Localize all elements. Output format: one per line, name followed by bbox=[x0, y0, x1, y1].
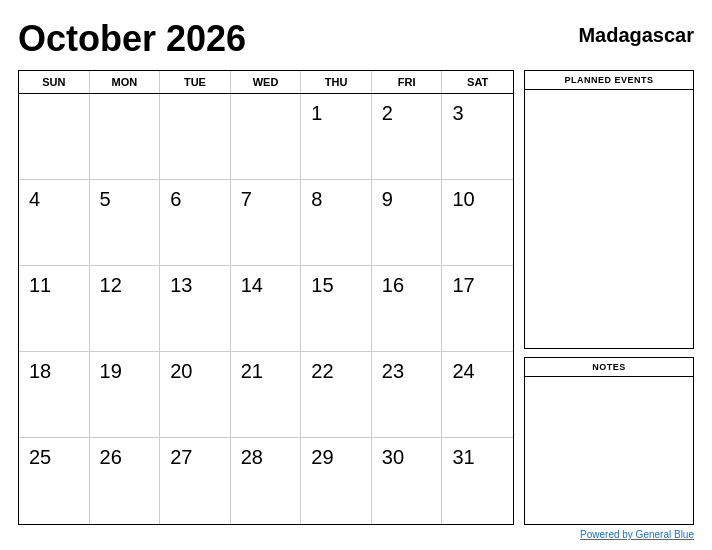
day-header-thu: THU bbox=[301, 71, 372, 93]
day-number: 28 bbox=[241, 446, 263, 469]
day-cell: 5 bbox=[90, 180, 161, 265]
notes-content bbox=[525, 377, 693, 524]
day-cell: 21 bbox=[231, 352, 302, 437]
week-row-2: 45678910 bbox=[19, 180, 513, 266]
day-cell: 26 bbox=[90, 438, 161, 524]
day-header-sun: SUN bbox=[19, 71, 90, 93]
day-number: 21 bbox=[241, 360, 263, 383]
day-cell: 24 bbox=[442, 352, 513, 437]
planned-events-box: PLANNED EVENTS bbox=[524, 70, 694, 349]
day-cell: 30 bbox=[372, 438, 443, 524]
day-cell: 29 bbox=[301, 438, 372, 524]
week-row-3: 11121314151617 bbox=[19, 266, 513, 352]
day-header-mon: MON bbox=[90, 71, 161, 93]
day-cell: 11 bbox=[19, 266, 90, 351]
day-cell: 18 bbox=[19, 352, 90, 437]
day-number: 20 bbox=[170, 360, 192, 383]
day-cell: 12 bbox=[90, 266, 161, 351]
footer: Powered by General Blue bbox=[18, 529, 694, 540]
calendar-grid: 1234567891011121314151617181920212223242… bbox=[19, 94, 513, 524]
day-cell: 27 bbox=[160, 438, 231, 524]
day-number: 14 bbox=[241, 274, 263, 297]
day-cell: 25 bbox=[19, 438, 90, 524]
day-cell: 8 bbox=[301, 180, 372, 265]
main-content: SUNMONTUEWEDTHUFRISAT 123456789101112131… bbox=[18, 70, 694, 525]
day-cell: 20 bbox=[160, 352, 231, 437]
day-number: 17 bbox=[452, 274, 474, 297]
day-cell: 17 bbox=[442, 266, 513, 351]
sidebar: PLANNED EVENTS NOTES bbox=[524, 70, 694, 525]
day-number: 4 bbox=[29, 188, 40, 211]
footer-link[interactable]: Powered by General Blue bbox=[580, 529, 694, 540]
notes-box: NOTES bbox=[524, 357, 694, 525]
day-cell: 7 bbox=[231, 180, 302, 265]
week-row-4: 18192021222324 bbox=[19, 352, 513, 438]
day-cell: 10 bbox=[442, 180, 513, 265]
day-cell: 19 bbox=[90, 352, 161, 437]
day-cell bbox=[231, 94, 302, 179]
day-number: 19 bbox=[100, 360, 122, 383]
day-cell: 16 bbox=[372, 266, 443, 351]
day-number: 6 bbox=[170, 188, 181, 211]
day-header-sat: SAT bbox=[442, 71, 513, 93]
day-number: 29 bbox=[311, 446, 333, 469]
planned-events-title: PLANNED EVENTS bbox=[525, 71, 693, 90]
day-cell bbox=[160, 94, 231, 179]
day-number: 7 bbox=[241, 188, 252, 211]
notes-title: NOTES bbox=[525, 358, 693, 377]
calendar: SUNMONTUEWEDTHUFRISAT 123456789101112131… bbox=[18, 70, 514, 525]
page: October 2026 Madagascar SUNMONTUEWEDTHUF… bbox=[0, 0, 712, 550]
calendar-day-headers: SUNMONTUEWEDTHUFRISAT bbox=[19, 71, 513, 94]
day-cell: 28 bbox=[231, 438, 302, 524]
day-cell: 3 bbox=[442, 94, 513, 179]
day-number: 8 bbox=[311, 188, 322, 211]
day-cell: 1 bbox=[301, 94, 372, 179]
day-number: 22 bbox=[311, 360, 333, 383]
day-cell: 14 bbox=[231, 266, 302, 351]
day-number: 10 bbox=[452, 188, 474, 211]
day-number: 9 bbox=[382, 188, 393, 211]
day-cell: 13 bbox=[160, 266, 231, 351]
day-number: 11 bbox=[29, 274, 51, 297]
day-number: 18 bbox=[29, 360, 51, 383]
day-cell: 22 bbox=[301, 352, 372, 437]
day-header-fri: FRI bbox=[372, 71, 443, 93]
day-cell: 15 bbox=[301, 266, 372, 351]
day-number: 13 bbox=[170, 274, 192, 297]
planned-events-content bbox=[525, 90, 693, 348]
day-number: 31 bbox=[452, 446, 474, 469]
day-number: 3 bbox=[452, 102, 463, 125]
week-row-1: 123 bbox=[19, 94, 513, 180]
day-header-wed: WED bbox=[231, 71, 302, 93]
day-header-tue: TUE bbox=[160, 71, 231, 93]
day-number: 16 bbox=[382, 274, 404, 297]
day-number: 15 bbox=[311, 274, 333, 297]
day-cell: 23 bbox=[372, 352, 443, 437]
day-cell: 31 bbox=[442, 438, 513, 524]
day-number: 30 bbox=[382, 446, 404, 469]
day-number: 25 bbox=[29, 446, 51, 469]
page-title: October 2026 bbox=[18, 18, 246, 60]
week-row-5: 25262728293031 bbox=[19, 438, 513, 524]
day-cell: 4 bbox=[19, 180, 90, 265]
day-number: 24 bbox=[452, 360, 474, 383]
day-cell: 2 bbox=[372, 94, 443, 179]
day-number: 2 bbox=[382, 102, 393, 125]
day-cell: 6 bbox=[160, 180, 231, 265]
day-number: 5 bbox=[100, 188, 111, 211]
day-cell bbox=[19, 94, 90, 179]
day-cell: 9 bbox=[372, 180, 443, 265]
day-number: 23 bbox=[382, 360, 404, 383]
country-label: Madagascar bbox=[578, 18, 694, 47]
day-number: 1 bbox=[311, 102, 322, 125]
header: October 2026 Madagascar bbox=[18, 18, 694, 60]
day-number: 26 bbox=[100, 446, 122, 469]
day-cell bbox=[90, 94, 161, 179]
day-number: 27 bbox=[170, 446, 192, 469]
day-number: 12 bbox=[100, 274, 122, 297]
